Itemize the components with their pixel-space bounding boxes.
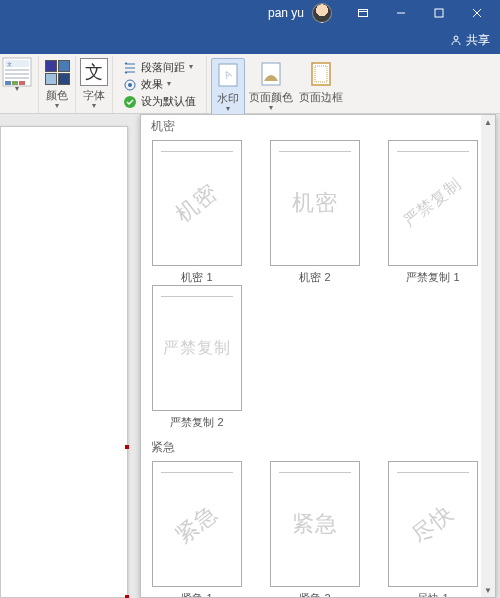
- ribbon: 文 ▾ 颜色 ▾ 文 字体 ▾: [0, 54, 500, 114]
- share-label: 共享: [466, 32, 490, 49]
- page-borders-icon: [307, 60, 335, 88]
- colors-icon: [45, 60, 70, 85]
- chevron-down-icon: ▾: [15, 84, 19, 93]
- watermark-gallery: 机密机密机密 1机密机密 2严禁复制严禁复制 1严禁复制严禁复制 2紧急紧急紧急…: [140, 114, 496, 598]
- watermark-text: 严禁复制: [400, 174, 467, 232]
- svg-rect-11: [5, 77, 29, 79]
- chevron-down-icon: ▾: [167, 79, 171, 88]
- watermark-text: 机密: [170, 177, 225, 229]
- gallery-scroll[interactable]: 机密机密机密 1机密机密 2严禁复制严禁复制 1严禁复制严禁复制 2紧急紧急紧急…: [141, 115, 495, 597]
- share-button[interactable]: 共享: [450, 32, 490, 49]
- svg-text:文: 文: [7, 61, 12, 67]
- minimize-button[interactable]: [384, 0, 418, 26]
- gallery-row: 机密机密 1机密机密 2严禁复制严禁复制 1严禁复制严禁复制 2: [141, 138, 495, 436]
- svg-rect-12: [5, 81, 11, 85]
- avatar[interactable]: [312, 3, 332, 23]
- fonts-icon: 文: [80, 58, 108, 86]
- scrollbar[interactable]: ▲ ▼: [481, 115, 495, 597]
- svg-point-16: [128, 83, 132, 87]
- chevron-down-icon: ▾: [55, 101, 59, 110]
- paragraph-spacing-icon: [123, 61, 137, 75]
- title-bar: pan yu: [0, 0, 500, 26]
- watermark-preview: 严禁复制: [388, 140, 478, 266]
- watermark-text: 机密: [292, 188, 338, 218]
- watermark-thumb[interactable]: 尽快尽快 1: [387, 461, 479, 597]
- svg-rect-2: [435, 9, 443, 17]
- gallery-section-header: 机密: [141, 115, 495, 138]
- ribbon-options-icon: [357, 7, 369, 19]
- page-color-icon: [257, 60, 285, 88]
- check-circle-icon: [123, 95, 137, 109]
- watermark-button[interactable]: A 水印 ▾: [211, 58, 245, 116]
- chevron-down-icon: ▾: [226, 104, 230, 113]
- watermark-preview: 严禁复制: [152, 285, 242, 411]
- watermark-thumb-label: 紧急 1: [181, 591, 212, 597]
- scroll-up-icon[interactable]: ▲: [481, 115, 495, 129]
- effects-button[interactable]: 效果 ▾: [123, 77, 171, 92]
- paragraph-spacing-button[interactable]: 段落间距 ▾: [123, 60, 193, 75]
- page-background-group: A 水印 ▾ 页面颜色 ▾ 页面边框: [207, 56, 347, 113]
- watermark-thumb-label: 机密 1: [181, 270, 212, 285]
- watermark-text: 尽快: [406, 498, 461, 550]
- scroll-down-icon[interactable]: ▼: [481, 583, 495, 597]
- username: pan yu: [268, 6, 304, 20]
- svg-rect-0: [359, 10, 368, 17]
- effects-label: 效果: [141, 77, 163, 92]
- ribbon-display-options[interactable]: [346, 0, 380, 26]
- set-default-button[interactable]: 设为默认值: [123, 94, 196, 109]
- watermark-preview: 紧急: [270, 461, 360, 587]
- watermark-thumb[interactable]: 严禁复制严禁复制 1: [387, 140, 479, 285]
- chevron-down-icon: ▾: [92, 101, 96, 110]
- set-default-label: 设为默认值: [141, 94, 196, 109]
- paragraph-spacing-label: 段落间距: [141, 60, 185, 75]
- theme-thumb-icon[interactable]: 文: [0, 58, 34, 86]
- document-area: 机密机密机密 1机密机密 2严禁复制严禁复制 1严禁复制严禁复制 2紧急紧急紧急…: [0, 114, 500, 598]
- watermark-thumb-label: 尽快 1: [417, 591, 448, 597]
- watermark-thumb[interactable]: 机密机密 2: [269, 140, 361, 285]
- watermark-thumb-label: 严禁复制 1: [406, 270, 459, 285]
- effects-icon: [123, 78, 137, 92]
- watermark-text: 紧急: [292, 509, 338, 539]
- watermark-preview: 机密: [270, 140, 360, 266]
- ribbon-tab-bar: 共享: [0, 26, 500, 54]
- watermark-thumb[interactable]: 机密机密 1: [151, 140, 243, 285]
- chevron-down-icon: ▾: [269, 103, 273, 112]
- share-icon: [450, 34, 462, 46]
- svg-rect-9: [5, 69, 29, 71]
- watermark-thumb-label: 紧急 2: [299, 591, 330, 597]
- colors-button[interactable]: 颜色 ▾: [39, 56, 76, 113]
- svg-rect-14: [19, 81, 25, 85]
- themes-partial-group: 文 ▾: [0, 56, 39, 113]
- watermark-preview: 紧急: [152, 461, 242, 587]
- chevron-down-icon: ▾: [189, 62, 193, 71]
- watermark-preview: 尽快: [388, 461, 478, 587]
- page-color-button[interactable]: 页面颜色 ▾: [247, 58, 295, 116]
- watermark-preview: 机密: [152, 140, 242, 266]
- close-icon: [471, 7, 483, 19]
- watermark-thumb-label: 严禁复制 2: [170, 415, 223, 430]
- revision-mark: [125, 445, 129, 449]
- watermark-thumb-label: 机密 2: [299, 270, 330, 285]
- svg-point-5: [454, 36, 458, 40]
- fonts-button[interactable]: 文 字体 ▾: [76, 56, 113, 113]
- close-button[interactable]: [460, 0, 494, 26]
- formatting-group: 段落间距 ▾ 效果 ▾ 设为默认值: [113, 56, 207, 113]
- watermark-icon: A: [214, 61, 242, 89]
- gallery-row: 紧急紧急 1紧急紧急 2尽快尽快 1: [141, 459, 495, 597]
- watermark-text: 紧急: [170, 498, 225, 550]
- watermark-thumb[interactable]: 严禁复制严禁复制 2: [151, 285, 243, 430]
- maximize-icon: [433, 7, 445, 19]
- minimize-icon: [395, 7, 407, 19]
- watermark-thumb[interactable]: 紧急紧急 1: [151, 461, 243, 597]
- watermark-thumb[interactable]: 紧急紧急 2: [269, 461, 361, 597]
- page-borders-label: 页面边框: [299, 90, 343, 105]
- gallery-section-header: 紧急: [141, 436, 495, 459]
- svg-rect-20: [262, 63, 280, 85]
- page-borders-button[interactable]: 页面边框: [297, 58, 345, 116]
- svg-rect-10: [5, 73, 29, 75]
- document-page[interactable]: [0, 126, 128, 598]
- watermark-text: 严禁复制: [163, 338, 231, 359]
- maximize-button[interactable]: [422, 0, 456, 26]
